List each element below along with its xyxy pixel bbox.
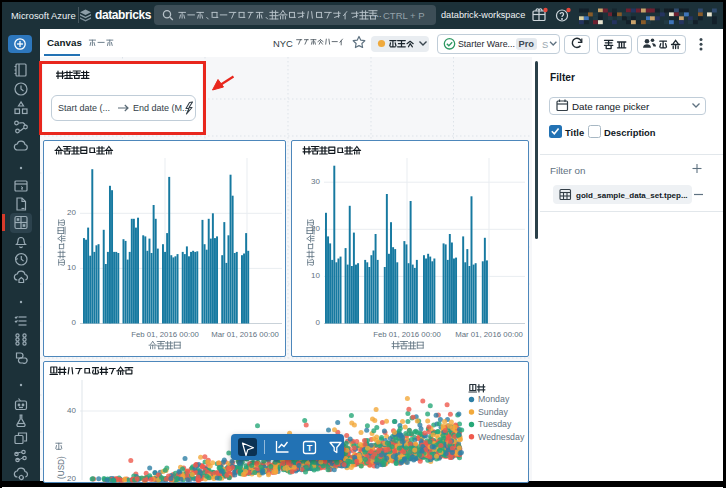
svg-text:T: T [307, 443, 313, 453]
svg-text:(USD): (USD) [57, 456, 66, 479]
